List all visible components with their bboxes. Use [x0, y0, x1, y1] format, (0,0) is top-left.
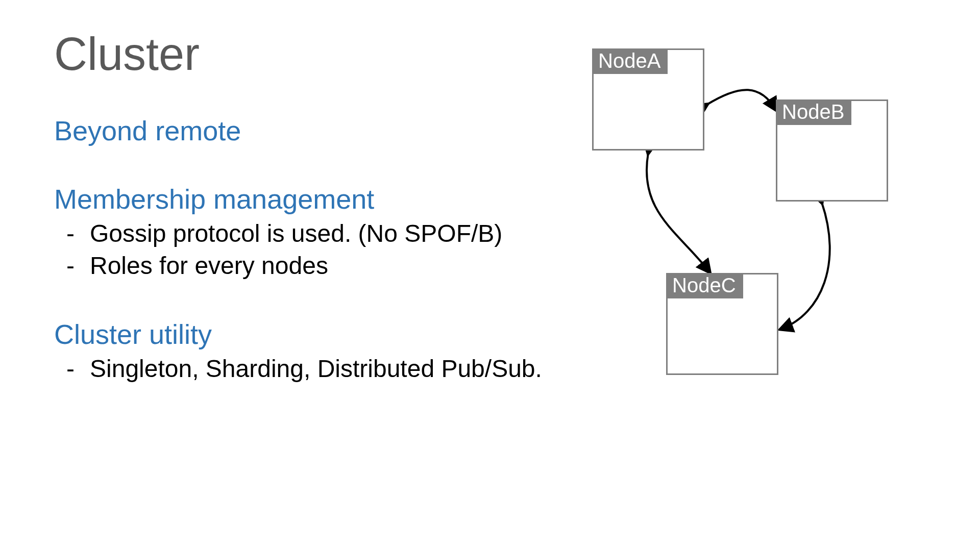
diagram-node-b-label: NodeB	[776, 99, 851, 125]
bullet-list-cluster-utility: Singleton, Sharding, Distributed Pub/Sub…	[54, 353, 565, 385]
diagram-node-a-label: NodeA	[592, 48, 668, 74]
section-heading-membership: Membership management	[54, 183, 565, 215]
connector-a-b	[707, 90, 776, 110]
bullet-item: Gossip protocol is used. (No SPOF/B)	[90, 218, 565, 249]
section-heading-beyond-remote: Beyond remote	[54, 115, 565, 146]
slide: Cluster Beyond remote Membership managem…	[0, 0, 980, 551]
slide-content: Beyond remote Membership management Goss…	[54, 115, 565, 385]
slide-title: Cluster	[54, 28, 200, 81]
diagram-node-c: NodeC	[666, 273, 778, 375]
bullet-item: Roles for every nodes	[90, 250, 565, 282]
section-heading-cluster-utility: Cluster utility	[54, 318, 565, 350]
bullet-item: Singleton, Sharding, Distributed Pub/Sub…	[90, 353, 565, 385]
connector-b-c	[781, 203, 830, 329]
bullet-list-membership: Gossip protocol is used. (No SPOF/B) Rol…	[54, 218, 565, 282]
diagram-node-c-label: NodeC	[666, 273, 743, 298]
diagram-node-b: NodeB	[776, 99, 888, 202]
connector-a-c	[647, 153, 709, 272]
cluster-diagram: NodeA NodeB NodeC	[592, 48, 909, 385]
diagram-node-a: NodeA	[592, 48, 704, 151]
